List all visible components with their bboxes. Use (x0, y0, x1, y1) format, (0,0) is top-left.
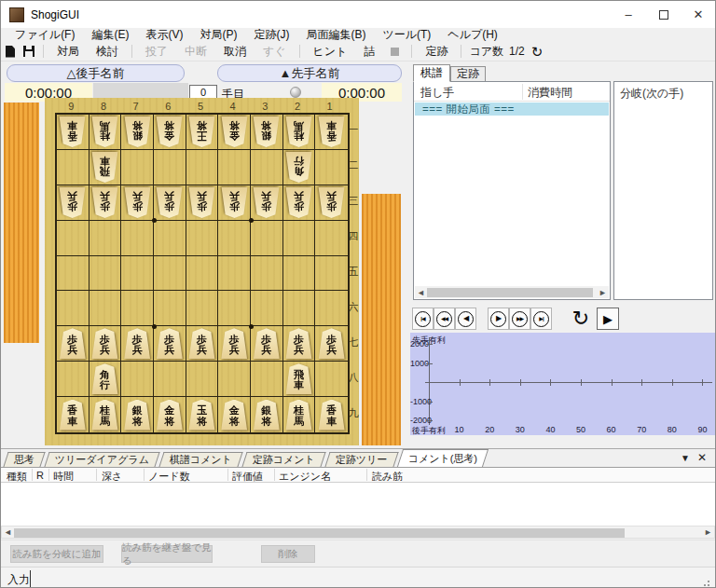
board-cell-9-六[interactable] (57, 291, 90, 326)
move-list-column-0[interactable]: 指し手 (420, 85, 454, 101)
board-cell-3-七[interactable]: 歩兵 (251, 326, 283, 362)
undo-button[interactable]: 取消 (215, 43, 255, 61)
board-cell-4-七[interactable]: 歩兵 (218, 326, 251, 362)
board-cell-3-一[interactable]: 銀将 (251, 115, 283, 150)
sente-piece[interactable]: 歩兵 (285, 328, 312, 359)
board-cell-1-一[interactable]: 香車 (315, 115, 348, 150)
sente-piece-stand[interactable] (362, 194, 401, 445)
joseki-button[interactable]: 定跡 (417, 43, 456, 61)
board-cell-6-六[interactable] (154, 291, 186, 326)
move-list-row[interactable]: === 開始局面 === (415, 103, 609, 116)
nav-back10-button[interactable]: ◀◀ (434, 308, 455, 330)
nav-first-button[interactable]: |◀ (412, 308, 434, 330)
board-cell-4-六[interactable] (218, 291, 251, 326)
board-cell-6-八[interactable] (154, 362, 186, 397)
gote-piece[interactable]: 香車 (318, 116, 345, 147)
scroll-track[interactable] (14, 526, 702, 538)
board-cell-5-二[interactable] (186, 150, 219, 185)
nav-rotate-button[interactable]: ↻ (569, 306, 593, 332)
gote-piece[interactable]: 歩兵 (124, 187, 151, 218)
gote-piece[interactable]: 歩兵 (156, 187, 183, 218)
gote-piece[interactable]: 金将 (221, 116, 248, 147)
gote-piece[interactable]: 歩兵 (253, 187, 280, 218)
new-file-icon[interactable] (1, 44, 20, 60)
board-cell-1-四[interactable] (315, 221, 348, 256)
gote-piece[interactable]: 角行 (285, 152, 312, 183)
analysis-column-1[interactable]: R (36, 470, 44, 481)
sente-piece[interactable]: 金将 (156, 400, 183, 431)
board-cell-8-一[interactable]: 桂馬 (90, 115, 122, 150)
game-button[interactable]: 対局 (48, 43, 88, 61)
board-cell-7-五[interactable] (121, 256, 154, 292)
board-cell-1-八[interactable] (315, 362, 348, 397)
mate-button[interactable]: 詰 (355, 43, 383, 61)
board-cell-6-五[interactable] (154, 256, 186, 292)
analysis-column-7[interactable]: 読み筋 (372, 470, 403, 484)
gote-piece[interactable]: 銀将 (253, 116, 280, 147)
nav-forward10-button[interactable]: ▶▶ (509, 308, 530, 330)
sente-piece[interactable]: 歩兵 (188, 328, 215, 359)
refresh-icon[interactable]: ↻ (528, 45, 547, 59)
board-cell-7-七[interactable]: 歩兵 (121, 326, 154, 362)
analysis-column-2[interactable]: 時間 (53, 470, 74, 484)
panel-close-icon[interactable]: ✕ (697, 451, 707, 464)
analysis-tab-4[interactable]: 定跡ツリー (325, 452, 399, 467)
board-cell-5-三[interactable]: 歩兵 (186, 185, 219, 221)
board-cell-2-三[interactable]: 歩兵 (283, 185, 316, 221)
move-input-field[interactable] (30, 570, 687, 587)
board-cell-2-七[interactable]: 歩兵 (283, 326, 316, 362)
sente-piece[interactable]: 歩兵 (124, 328, 151, 359)
scroll-thumb[interactable] (14, 528, 625, 538)
nav-play-button[interactable]: ▶ (597, 308, 619, 330)
board-cell-2-八[interactable]: 飛車 (283, 362, 316, 397)
tab-joseki[interactable]: 定跡 (450, 66, 486, 82)
board-cell-8-六[interactable] (90, 291, 122, 326)
move-list-hscrollbar[interactable]: ◄ ► (415, 286, 609, 298)
board-cell-9-二[interactable] (57, 150, 90, 185)
nav-back-button[interactable]: ◀ (455, 308, 476, 330)
board-cell-6-七[interactable]: 歩兵 (154, 326, 186, 362)
board-cell-7-二[interactable] (121, 150, 154, 185)
board-cell-5-八[interactable] (186, 362, 219, 397)
gote-piece[interactable]: 歩兵 (285, 187, 312, 218)
board-cell-8-四[interactable] (90, 221, 122, 256)
board-cell-5-六[interactable] (186, 291, 219, 326)
analysis-column-5[interactable]: 評価値 (232, 470, 263, 484)
scroll-right-icon[interactable]: ► (702, 526, 714, 538)
menu-item-5[interactable]: 局面編集(B) (297, 27, 374, 43)
analysis-hscrollbar[interactable]: ◄ ► (1, 526, 715, 539)
analyze-button[interactable]: 検討 (88, 43, 127, 61)
move-list-column-1[interactable]: 消費時間 (528, 85, 572, 101)
analysis-table-body[interactable] (1, 483, 715, 526)
board-cell-9-五[interactable] (57, 256, 90, 292)
sente-piece[interactable]: 歩兵 (59, 328, 86, 359)
board-cell-7-一[interactable]: 銀将 (121, 115, 154, 150)
board-cell-9-一[interactable]: 香車 (57, 115, 90, 150)
analysis-tab-0[interactable]: 思考 (3, 452, 45, 467)
sente-piece[interactable]: 銀将 (253, 400, 280, 431)
minimize-button[interactable]: – (611, 1, 646, 28)
resize-grip[interactable] (701, 578, 710, 587)
gote-piece[interactable]: 金将 (156, 116, 183, 147)
board-cell-1-五[interactable] (315, 256, 348, 292)
board-cell-4-八[interactable] (218, 362, 251, 397)
hint-button[interactable]: ヒント (305, 43, 356, 61)
menu-item-1[interactable]: 編集(E) (83, 27, 137, 43)
menu-item-0[interactable]: ファイル(F) (7, 27, 83, 43)
gote-piece[interactable]: 歩兵 (318, 187, 345, 218)
board-cell-3-五[interactable] (251, 256, 283, 292)
board-cell-3-二[interactable] (251, 150, 283, 185)
board-cell-6-九[interactable]: 金将 (154, 397, 186, 432)
board-cell-3-四[interactable] (251, 221, 283, 256)
close-button[interactable]: ✕ (681, 1, 716, 28)
board-cell-8-七[interactable]: 歩兵 (90, 326, 122, 362)
scroll-left-icon[interactable]: ◄ (415, 286, 427, 298)
sente-piece[interactable]: 飛車 (285, 363, 312, 394)
board-cell-5-九[interactable]: 玉将 (186, 397, 219, 432)
menu-item-4[interactable]: 定跡(J) (245, 27, 297, 43)
board-cell-5-五[interactable] (186, 256, 219, 292)
board-cell-1-三[interactable]: 歩兵 (315, 185, 348, 221)
gote-piece[interactable]: 銀将 (124, 116, 151, 147)
board-cell-4-四[interactable] (218, 221, 251, 256)
sente-piece[interactable]: 銀将 (124, 400, 151, 431)
